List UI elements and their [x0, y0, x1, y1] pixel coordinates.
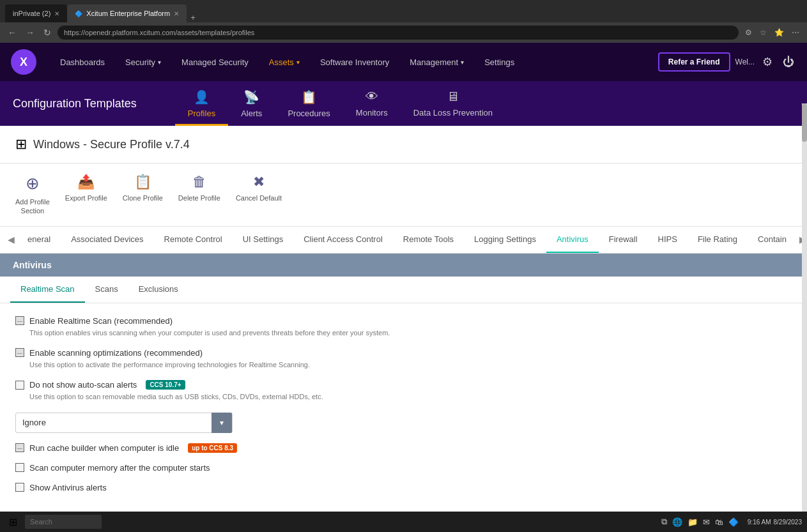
inner-tab-realtime-scan[interactable]: Realtime Scan	[10, 277, 85, 303]
add-profile-section-button[interactable]: ⊕ Add ProfileSection	[15, 174, 50, 216]
tab-contain[interactable]: Contain	[748, 227, 797, 253]
forward-button[interactable]: →	[23, 26, 37, 39]
browser-nav-icons: ⚙ ☆ ⭐ ⋯	[742, 27, 802, 38]
procedures-icon: 📋	[301, 89, 317, 105]
sub-nav-procedures[interactable]: 📋 Procedures	[275, 81, 342, 126]
tab-associated-devices[interactable]: Associated Devices	[61, 227, 153, 253]
browser-tab-xcitum[interactable]: 🔷 Xcitum Enterprise Platform ✕	[67, 4, 187, 22]
antivirus-inner-tabs: Realtime Scan Scans Exclusions	[0, 277, 807, 303]
scrollbar-thumb[interactable]	[802, 103, 807, 142]
sub-nav-dlp[interactable]: 🖥 Data Loss Prevention	[401, 81, 505, 126]
sub-nav-items: 👤 Profiles 📡 Alerts 📋 Procedures 👁 Monit…	[175, 81, 505, 126]
setting-row-scanning-opt: Enable scanning optimizations (recommend…	[15, 348, 792, 358]
refer-friend-button[interactable]: Refer a Friend	[658, 52, 730, 72]
nav-settings[interactable]: Settings	[474, 43, 525, 81]
start-button[interactable]: ⊞	[5, 515, 21, 529]
page-wrapper: inPrivate (2) ✕ 🔷 Xcitum Enterprise Plat…	[0, 0, 807, 532]
checkbox-scan-memory[interactable]	[15, 463, 24, 472]
nav-security[interactable]: Security ▾	[115, 43, 171, 81]
profile-toolbar: ⊕ Add ProfileSection 📤 Export Profile 📋 …	[0, 163, 807, 227]
favorites-icon[interactable]: ⭐	[772, 27, 787, 38]
setting-row-alerts: Show Antivirus alerts	[15, 483, 792, 492]
page-scrollbar[interactable]	[802, 103, 807, 513]
tab-logging[interactable]: Logging Settings	[464, 227, 546, 253]
address-bar[interactable]: https://openedr.platform.xcitum.com/asse…	[58, 26, 739, 40]
checkbox-scanning-opt[interactable]	[15, 348, 24, 357]
enable-realtime-desc: This option enables virus scanning when …	[29, 328, 792, 338]
sub-nav-profiles-label: Profiles	[188, 109, 215, 118]
browser-tabs: inPrivate (2) ✕ 🔷 Xcitum Enterprise Plat…	[5, 0, 199, 22]
tab-firewall-label: Firewall	[609, 234, 638, 244]
tab-firewall[interactable]: Firewall	[599, 227, 648, 253]
cancel-default-button[interactable]: ✖ Cancel Default	[236, 174, 282, 202]
inner-tab-exclusions[interactable]: Exclusions	[128, 277, 188, 303]
scroll-left-button[interactable]: ◀	[5, 229, 17, 250]
tab-general[interactable]: eneral	[17, 227, 61, 253]
welcome-text: Wel...	[735, 57, 755, 66]
sub-nav-alerts[interactable]: 📡 Alerts	[228, 81, 275, 126]
clone-profile-button[interactable]: 📋 Clone Profile	[123, 174, 163, 202]
taskbar-icons: ⧉ 🌐 📁 ✉ 🛍 🔷 9:16 AM 8/29/2023	[660, 515, 802, 528]
show-alerts-label: Show Antivirus alerts	[29, 483, 107, 492]
taskbar-browser-icon[interactable]: 🌐	[671, 516, 684, 528]
sub-navbar: Configuration Templates 👤 Profiles 📡 Ale…	[0, 81, 807, 126]
nav-assets[interactable]: Assets ▾	[259, 43, 310, 81]
monitors-icon: 👁	[365, 89, 378, 104]
more-icon[interactable]: ⋯	[789, 27, 802, 38]
tab-client-access[interactable]: Client Access Control	[293, 227, 393, 253]
logout-icon[interactable]: ⏻	[780, 53, 797, 72]
tab-close-icon[interactable]: ✕	[54, 10, 59, 17]
tab-ui-settings-label: UI Settings	[243, 234, 284, 244]
taskbar-xcitum-icon[interactable]: 🔷	[727, 516, 740, 528]
inner-tab-scans[interactable]: Scans	[85, 277, 128, 303]
taskbar-store-icon[interactable]: 🛍	[714, 516, 725, 528]
taskbar-file-icon[interactable]: 📁	[686, 516, 699, 528]
taskbar-mail-icon[interactable]: ✉	[702, 516, 711, 528]
dropdown-value: Ignore	[16, 418, 211, 427]
tab-client-access-label: Client Access Control	[304, 234, 383, 244]
ignore-dropdown[interactable]: Ignore ▾	[15, 413, 233, 433]
bookmark-icon[interactable]: ☆	[757, 27, 769, 38]
sub-nav-monitors[interactable]: 👁 Monitors	[343, 81, 401, 126]
tab-remote-control-label: Remote Control	[164, 234, 222, 244]
taskbar-task-view-icon[interactable]: ⧉	[660, 515, 668, 528]
tab-file-rating[interactable]: File Rating	[688, 227, 748, 253]
export-profile-button[interactable]: 📤 Export Profile	[65, 174, 107, 202]
taskbar-search-input[interactable]	[25, 515, 102, 529]
setting-scan-memory: Scan computer memory after the computer …	[15, 463, 792, 473]
setting-cache-builder: Run cache builder when computer is idle …	[15, 443, 792, 453]
logo[interactable]: X	[10, 49, 37, 75]
sub-nav-profiles[interactable]: 👤 Profiles	[175, 81, 228, 126]
tab-close-active-icon[interactable]: ✕	[174, 10, 179, 17]
settings-icon[interactable]: ⚙	[760, 52, 775, 72]
browser-tab-private[interactable]: inPrivate (2) ✕	[5, 4, 67, 22]
checkbox-no-autoscan[interactable]	[15, 381, 24, 390]
new-tab-button[interactable]: +	[187, 13, 199, 22]
tab-ui-settings[interactable]: UI Settings	[233, 227, 294, 253]
delete-profile-button[interactable]: 🗑 Delete Profile	[178, 174, 220, 202]
tab-hips[interactable]: HIPS	[648, 227, 688, 253]
tab-antivirus[interactable]: Antivirus	[546, 227, 599, 253]
checkbox-show-alerts[interactable]	[15, 483, 24, 492]
back-button[interactable]: ←	[5, 26, 19, 39]
nav-management[interactable]: Management ▾	[399, 43, 474, 81]
nav-dashboards-label: Dashboards	[60, 57, 105, 67]
nav-assets-label: Assets	[269, 57, 294, 67]
tab-antivirus-label: Antivirus	[557, 234, 588, 244]
tab-file-rating-label: File Rating	[698, 234, 737, 244]
security-chevron-icon: ▾	[158, 59, 161, 66]
extensions-icon[interactable]: ⚙	[742, 27, 755, 38]
nav-managed-security[interactable]: Managed Security	[171, 43, 259, 81]
refresh-button[interactable]: ↻	[41, 26, 54, 39]
checkbox-enable-realtime[interactable]	[15, 316, 24, 325]
tab-remote-tools[interactable]: Remote Tools	[393, 227, 464, 253]
nav-software-inventory[interactable]: Software Inventory	[310, 43, 399, 81]
checkbox-cache-builder[interactable]	[15, 443, 24, 452]
no-autoscan-desc: Use this option to scan removable media …	[29, 392, 792, 402]
tab-remote-control[interactable]: Remote Control	[154, 227, 233, 253]
alerts-icon: 📡	[243, 89, 259, 105]
nav-dashboards[interactable]: Dashboards	[50, 43, 115, 81]
sub-nav-procedures-label: Procedures	[288, 109, 330, 118]
tab-label-active: Xcitum Enterprise Platform	[86, 10, 170, 17]
tab-contain-label: Contain	[758, 234, 787, 244]
